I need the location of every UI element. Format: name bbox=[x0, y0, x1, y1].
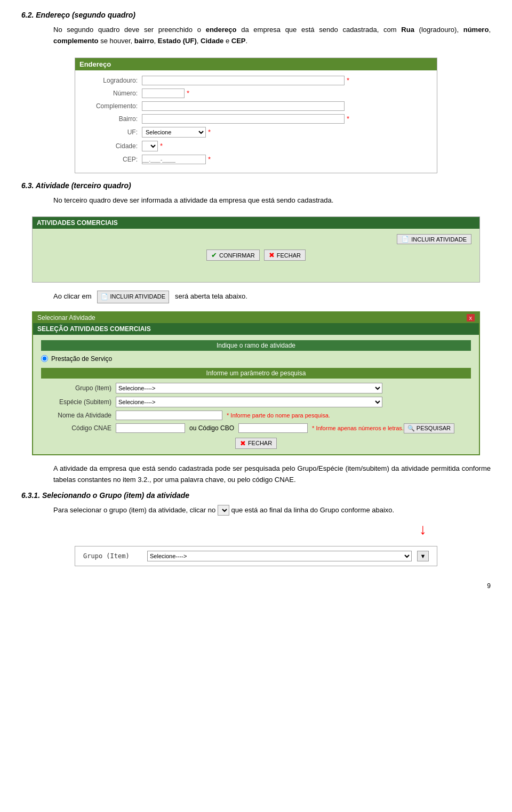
search-icon: 🔍 bbox=[407, 425, 415, 432]
cidade-label: Cidade: bbox=[83, 142, 142, 150]
endereco-box: Endereço Logradouro: * Número: * Complem… bbox=[75, 58, 437, 173]
grupo-box: Grupo (Item) Selecione----> ▼ bbox=[75, 546, 437, 566]
numero-row: Número: * bbox=[83, 89, 429, 98]
logradouro-row: Logradouro: * bbox=[83, 76, 429, 85]
popup-especie-row: Espécie (Subitem) Selecione----> bbox=[41, 397, 471, 407]
atividades-body: 📄 INCLUIR ATIVIDADE ✔ CONFIRMAR ✖ FECHAR bbox=[33, 229, 479, 282]
complemento-input[interactable] bbox=[142, 101, 345, 111]
para-631: Para selecionar o grupo (item) da ativid… bbox=[53, 505, 491, 516]
cidade-select[interactable] bbox=[142, 141, 158, 151]
popup-x-icon: ✖ bbox=[240, 439, 246, 447]
inline-select-icon[interactable] bbox=[218, 505, 229, 516]
popup-grupo-row: Grupo (Item) Selecione----> bbox=[41, 383, 471, 393]
popup-title: Selecionar Atividade bbox=[37, 314, 95, 321]
heading-63: 6.3. Atividade (terceiro quadro) bbox=[21, 181, 491, 190]
uf-select[interactable]: Selecione bbox=[142, 127, 206, 138]
popup-close-button[interactable]: x bbox=[467, 314, 475, 321]
logradouro-required: * bbox=[347, 76, 349, 84]
popup-cnae-row: Código CNAE ou Código CBO * Informe apen… bbox=[41, 423, 471, 433]
activity-para: A atividade da empresa que está sendo ca… bbox=[53, 463, 491, 486]
ou-text: ou Código CBO bbox=[189, 424, 234, 432]
param-header: Informe um parâmetro de pesquisa bbox=[41, 368, 471, 379]
incluir-btn-row: 📄 INCLUIR ATIVIDADE bbox=[41, 234, 471, 244]
incluir-atividade-button[interactable]: 📄 INCLUIR ATIVIDADE bbox=[397, 234, 471, 244]
popup-body: Indique o ramo de atividade Prestação de… bbox=[33, 335, 479, 454]
grupo-label: Grupo (Item) bbox=[83, 552, 142, 560]
uf-row: UF: Selecione * bbox=[83, 127, 429, 138]
atividades-header: ATIVIDADES COMERCIAIS bbox=[33, 217, 479, 229]
heading-631: 6.3.1. Selecionando o Grupo (item) da at… bbox=[21, 491, 491, 500]
section-63: 6.3. Atividade (terceiro quadro) No terc… bbox=[21, 181, 491, 206]
para-631-pre: Para selecionar o grupo (item) da ativid… bbox=[53, 506, 218, 514]
check-icon: ✔ bbox=[211, 251, 217, 259]
popup-grupo-select[interactable]: Selecione----> bbox=[116, 383, 382, 393]
page-number: 9 bbox=[21, 582, 491, 590]
arrow-container: ↓ bbox=[21, 521, 491, 538]
hint-cnae: * Informe apenas números e letras. bbox=[312, 425, 404, 431]
para-631-post: que está ao final da linha do Grupo conf… bbox=[231, 506, 394, 514]
endereco-header: Endereço bbox=[75, 58, 437, 70]
bairro-row: Bairro: * bbox=[83, 114, 429, 124]
numero-required: * bbox=[187, 89, 189, 97]
popup-subheader: SELEÇÃO ATIVIDADES COMERCIAIS bbox=[33, 323, 479, 335]
uf-label: UF: bbox=[83, 128, 142, 136]
popup-fechar-row: ✖ FECHAR bbox=[41, 438, 471, 449]
heading-62: 6.2. Endereço (segundo quadro) bbox=[21, 11, 491, 19]
sera-aberta-text: será aberta tela abaixo. bbox=[175, 293, 247, 301]
grupo-dropdown-button[interactable]: ▼ bbox=[417, 551, 429, 561]
para-63: No terceiro quadro deve ser informada a … bbox=[53, 195, 491, 206]
cep-row: CEP: * bbox=[83, 155, 429, 164]
popup-cnae-input[interactable] bbox=[116, 423, 185, 433]
bairro-input[interactable] bbox=[142, 114, 345, 124]
cep-label: CEP: bbox=[83, 156, 142, 163]
para-62: No segundo quadro deve ser preenchido o … bbox=[53, 25, 491, 47]
popup-cnae-label: Código CNAE bbox=[41, 424, 116, 432]
cidade-required: * bbox=[160, 142, 163, 150]
action-btn-row: ✔ CONFIRMAR ✖ FECHAR bbox=[41, 250, 471, 261]
popup-fechar-button[interactable]: ✖ FECHAR bbox=[235, 438, 277, 449]
incluir-label: INCLUIR ATIVIDADE bbox=[411, 236, 467, 243]
prestacao-label: Prestação de Serviço bbox=[51, 355, 112, 363]
grupo-select[interactable]: Selecione----> bbox=[147, 551, 412, 561]
page-icon: 📄 bbox=[402, 236, 409, 243]
cidade-row: Cidade: * bbox=[83, 141, 429, 151]
section-631: 6.3.1. Selecionando o Grupo (item) da at… bbox=[21, 491, 491, 516]
inline-incluir-btn: 📄 INCLUIR ATIVIDADE bbox=[97, 291, 169, 303]
cep-required: * bbox=[208, 155, 211, 163]
popup-nome-input[interactable] bbox=[116, 411, 222, 420]
popup-especie-select[interactable]: Selecione----> bbox=[116, 397, 382, 407]
numero-input[interactable] bbox=[142, 89, 185, 98]
complemento-row: Complemento: bbox=[83, 101, 429, 111]
logradouro-input[interactable] bbox=[142, 76, 345, 85]
fechar-button[interactable]: ✖ FECHAR bbox=[264, 250, 306, 261]
popup-cbo-input[interactable] bbox=[238, 423, 308, 433]
fechar-label: FECHAR bbox=[277, 252, 301, 259]
pesquisar-button[interactable]: 🔍 PESQUISAR bbox=[404, 423, 454, 433]
complemento-label: Complemento: bbox=[83, 102, 142, 110]
pesquisar-label: PESQUISAR bbox=[417, 425, 451, 431]
radio-row: Prestação de Serviço bbox=[41, 355, 471, 363]
ramo-header: Indique o ramo de atividade bbox=[41, 340, 471, 351]
ao-clicar-text: Ao clicar em bbox=[53, 293, 92, 301]
popup-nome-row: Nome da Atividade * Informe parte do nom… bbox=[41, 411, 471, 420]
popup-especie-label: Espécie (Subitem) bbox=[41, 398, 116, 406]
popup-titlebar: Selecionar Atividade x bbox=[33, 312, 479, 323]
popup-nome-label: Nome da Atividade bbox=[41, 412, 116, 419]
bairro-required: * bbox=[347, 115, 349, 123]
section-62: 6.2. Endereço (segundo quadro) No segund… bbox=[21, 11, 491, 47]
confirmar-label: CONFIRMAR bbox=[219, 252, 255, 259]
x-icon: ✖ bbox=[269, 251, 275, 259]
confirmar-button[interactable]: ✔ CONFIRMAR bbox=[206, 250, 260, 261]
hint-nome: * Informe parte do nome para pesquisa. bbox=[227, 412, 330, 419]
popup-fechar-label: FECHAR bbox=[248, 440, 272, 446]
cep-input[interactable] bbox=[142, 155, 206, 164]
inline-page-icon: 📄 bbox=[101, 292, 108, 302]
popup-grupo-label: Grupo (Item) bbox=[41, 384, 116, 392]
red-arrow-icon: ↓ bbox=[419, 521, 427, 538]
atividades-box: ATIVIDADES COMERCIAIS 📄 INCLUIR ATIVIDAD… bbox=[32, 216, 480, 283]
bairro-label: Bairro: bbox=[83, 115, 142, 123]
inline-incluir-label: INCLUIR ATIVIDADE bbox=[110, 292, 165, 302]
uf-required: * bbox=[208, 128, 211, 136]
endereco-form: Logradouro: * Número: * Complemento: Bai… bbox=[75, 70, 437, 173]
prestacao-radio[interactable] bbox=[41, 355, 48, 362]
